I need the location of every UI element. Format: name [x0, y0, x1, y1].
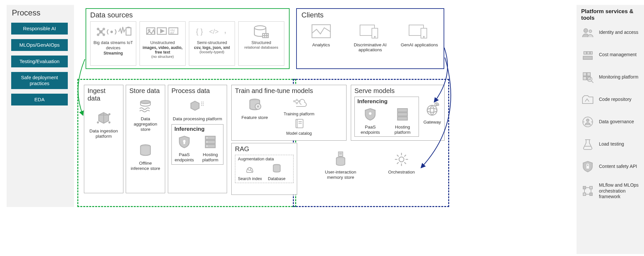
client-genai: GenAI applications: [400, 21, 439, 52]
ingest-node-label: Data ingestion platform: [88, 128, 120, 139]
svg-rect-72: [398, 113, 407, 116]
svc-identity: Identity and access: [581, 26, 639, 39]
client-analytics-label: Analytics: [312, 42, 330, 47]
svg-marker-41: [191, 101, 199, 110]
ds-streaming-label: Big data streams IoT devices: [90, 40, 136, 51]
ds-structured-label: Structured: [249, 40, 273, 45]
platform-panel: Platform services & tools Identity and a…: [577, 5, 644, 254]
svg-point-55: [207, 146, 208, 147]
beaker-icon: [581, 138, 594, 151]
svg-point-45: [203, 103, 204, 104]
svg-point-36: [97, 122, 99, 123]
svg-text:</>: </>: [209, 28, 219, 35]
process-btn-testing[interactable]: Testing/Evaluation: [11, 56, 68, 67]
svg-line-102: [591, 81, 593, 83]
process-data-box: Process data Data processing platform In…: [168, 85, 227, 193]
ingest-data-box: Ingest data Data ingestion platform: [84, 85, 123, 193]
svg-point-75: [427, 108, 437, 112]
streaming-icon: [95, 24, 132, 40]
svg-point-82: [399, 157, 404, 162]
identity-icon: [581, 26, 594, 39]
svg-rect-98: [587, 73, 590, 76]
repo-icon: [581, 93, 594, 106]
store-offline-label: Offline inference store: [129, 161, 162, 171]
ds-streaming: Big data streams IoT devices Streaming: [90, 21, 136, 66]
process-node-label: Data processing platform: [173, 116, 222, 122]
process-btn-eda[interactable]: EDA: [11, 94, 68, 105]
svg-text:def: def: [170, 31, 174, 35]
globe-arrow-icon: [424, 101, 440, 118]
svg-line-88: [404, 162, 406, 164]
augmentation-box: Augmentation data Search index Database: [235, 155, 294, 183]
svg-text:,: ,: [224, 25, 226, 35]
svg-rect-71: [398, 109, 407, 112]
process-btn-mlops[interactable]: MLOps/GenAIOps: [11, 39, 68, 51]
svg-line-87: [397, 155, 399, 156]
ds-streaming-sub: Streaming: [104, 51, 123, 56]
svg-point-47: [203, 105, 204, 106]
db-icon: [269, 163, 285, 175]
svg-point-74: [427, 105, 437, 115]
svg-point-104: [586, 119, 589, 122]
svg-point-107: [587, 116, 588, 118]
host-label: Hosting platform: [200, 152, 220, 163]
svg-rect-111: [590, 186, 592, 189]
server-icon: [202, 134, 219, 150]
svg-point-9: [111, 31, 113, 33]
svg-rect-80: [339, 152, 342, 155]
ds-unstructured: Abcdef Unstructured images, video, audio…: [140, 21, 186, 66]
ds-semistructured: { }</>, Semi-structured csv, logs, json,…: [189, 21, 235, 66]
process-panel: Process Responsible AI MLOps/GenAIOps Te…: [7, 5, 74, 207]
svc-mon-label: Monitoring platform: [599, 74, 638, 80]
svg-rect-99: [583, 77, 586, 80]
search-index-label: Search index: [238, 176, 262, 181]
svg-point-105: [583, 121, 584, 123]
lake-icon: [137, 98, 154, 114]
svg-rect-112: [583, 193, 586, 196]
svg-rect-95: [587, 52, 590, 54]
svg-point-44: [201, 103, 202, 104]
svc-load: Load testing: [581, 138, 639, 151]
svg-point-92: [589, 30, 592, 33]
svc-code: Code repository: [581, 93, 639, 106]
training-platform-label: Training platform: [284, 112, 314, 117]
cloud-search-icon: [242, 163, 258, 175]
svg-line-65: [297, 101, 299, 103]
svg-point-43: [203, 102, 204, 103]
client-disc-label: Discriminative AI applications: [350, 42, 390, 52]
ds-semi-sub: csv, logs, json, xml: [194, 45, 230, 50]
governance-icon: [581, 115, 594, 128]
platform-title: Platform services & tools: [581, 8, 639, 21]
svg-point-60: [296, 103, 297, 104]
brain-cloud-icon: [291, 97, 307, 110]
svg-rect-73: [398, 117, 407, 120]
svg-point-106: [591, 121, 592, 123]
svg-text:{ }: { }: [196, 27, 203, 35]
cube-icon: [95, 110, 112, 127]
store-data-box: Store data Data aggregation store Offlin…: [126, 85, 165, 193]
ds-unstructured-note: (no structure): [151, 55, 174, 58]
svg-line-77: [251, 170, 252, 172]
serve-inferencing-box: Inferencing PaaS endpoints Hosting platf…: [354, 97, 419, 137]
svg-rect-93: [583, 56, 592, 59]
process-btn-responsible-ai[interactable]: Responsible AI: [11, 23, 68, 35]
svc-safety-label: Content safety API: [599, 164, 637, 170]
orch-label: Orchestration: [388, 170, 415, 175]
book-icon: [291, 118, 307, 129]
svg-rect-49: [184, 142, 185, 144]
svg-marker-14: [161, 30, 164, 33]
ingest-title: Ingest data: [88, 87, 120, 102]
process-inferencing-box: Inferencing PaaS endpoints Hosting platf…: [171, 124, 223, 164]
svg-point-39: [141, 101, 150, 104]
svg-point-59: [296, 99, 297, 101]
semistructured-icon: { }</>,: [193, 24, 231, 40]
svg-rect-110: [583, 186, 586, 189]
clients-title: Clients: [301, 11, 439, 19]
process-btn-safe-deploy[interactable]: Safe deployment practices: [11, 72, 68, 89]
svg-rect-109: [586, 166, 589, 169]
ds-unstructured-sub: images, video, audio, free text: [140, 45, 185, 55]
shield-icon: [176, 134, 193, 150]
svg-point-76: [248, 168, 251, 170]
svc-identity-label: Identity and access: [599, 30, 638, 35]
svg-line-63: [295, 101, 296, 103]
